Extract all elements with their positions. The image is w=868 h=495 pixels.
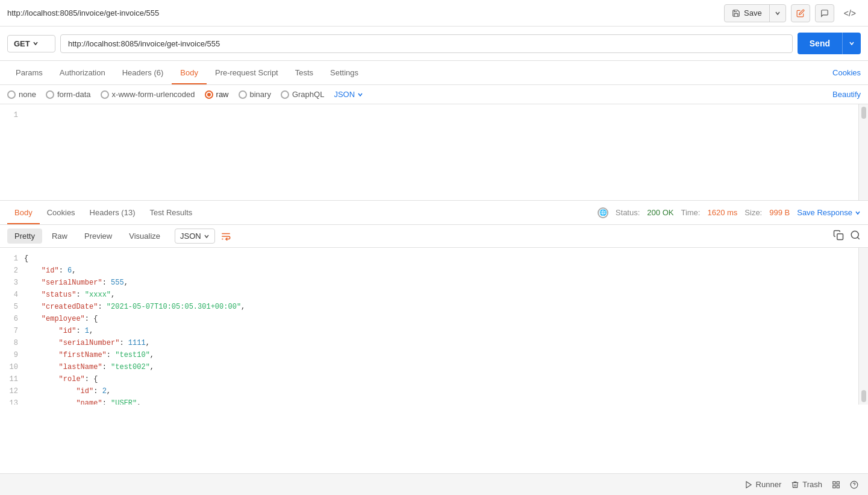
copy-icon <box>833 230 844 241</box>
option-binary[interactable]: binary <box>239 90 271 99</box>
response-line-num-3: 3 <box>6 277 18 289</box>
response-json-line-7: "id": 1, <box>24 325 868 337</box>
search-icon <box>850 230 861 241</box>
size-value: 999 B <box>769 208 790 217</box>
code-button[interactable]: </> <box>839 6 861 20</box>
save-button[interactable]: Save <box>724 4 786 22</box>
radio-raw <box>205 90 213 99</box>
tab-params[interactable]: Params <box>7 62 51 84</box>
radio-urlencoded <box>101 90 109 99</box>
cookies-link[interactable]: Cookies <box>832 62 861 83</box>
runner-label: Runner <box>756 480 782 489</box>
response-json-line-12: "id": 2, <box>24 385 868 397</box>
option-none[interactable]: none <box>7 90 36 99</box>
option-none-label: none <box>19 90 36 99</box>
option-urlencoded[interactable]: x-www-form-urlencoded <box>101 90 195 99</box>
method-dropdown[interactable]: GET <box>7 35 55 52</box>
trash-button[interactable]: Trash <box>791 480 822 489</box>
svg-point-3 <box>851 231 858 238</box>
url-input[interactable] <box>60 34 793 53</box>
save-dropdown-arrow[interactable] <box>770 5 785 22</box>
tab-prerequest[interactable]: Pre-request Script <box>207 62 287 84</box>
response-line-num-6: 6 <box>6 313 18 325</box>
response-json-line-9: "firstName": "test10", <box>24 349 868 361</box>
radio-binary <box>239 90 247 99</box>
save-label: Save <box>744 8 762 17</box>
response-tabs: Body Cookies Headers (13) Test Results 🌐… <box>0 201 868 225</box>
tab-body[interactable]: Body <box>172 62 207 84</box>
request-scrollbar[interactable] <box>858 104 868 200</box>
format-tab-visualize[interactable]: Visualize <box>122 229 167 244</box>
response-tab-cookies[interactable]: Cookies <box>40 202 83 224</box>
format-tab-raw[interactable]: Raw <box>45 229 75 244</box>
trash-icon <box>791 481 799 489</box>
response-body[interactable]: 12345678910111213 { "id": 6, "serialNumb… <box>0 248 868 405</box>
svg-rect-2 <box>837 233 843 239</box>
response-line-num-2: 2 <box>6 265 18 277</box>
tab-headers[interactable]: Headers (6) <box>114 62 172 84</box>
response-tab-headers[interactable]: Headers (13) <box>83 202 143 224</box>
globe-icon: 🌐 <box>598 207 608 218</box>
send-dropdown-arrow[interactable] <box>843 33 861 54</box>
runner-button[interactable]: Runner <box>745 480 782 489</box>
option-form-data-label: form-data <box>57 90 91 99</box>
response-json-line-10: "lastName": "test002", <box>24 361 868 373</box>
status-value: 200 OK <box>647 208 673 217</box>
bottom-bar: Runner Trash <box>0 473 868 495</box>
grid-button[interactable] <box>832 481 840 489</box>
status-label: Status: <box>616 208 640 217</box>
request-line-num-1: 1 <box>6 109 18 121</box>
top-bar: http://localhost:8085/invoice/get-invoic… <box>0 0 868 27</box>
radio-none <box>7 90 16 99</box>
svg-marker-5 <box>746 481 751 488</box>
copy-button[interactable] <box>833 230 844 243</box>
tab-tests[interactable]: Tests <box>287 62 322 84</box>
beautify-button[interactable]: Beautify <box>832 90 861 99</box>
json-type-select[interactable]: JSON <box>334 90 363 99</box>
response-scrollbar[interactable] <box>858 248 868 405</box>
format-tab-pretty[interactable]: Pretty <box>7 229 42 244</box>
option-raw-label: raw <box>216 90 229 99</box>
save-response-chevron-icon <box>855 210 861 216</box>
size-label: Size: <box>745 208 762 217</box>
wrap-icon <box>220 231 231 242</box>
request-line-numbers: 1 <box>0 104 24 200</box>
option-form-data[interactable]: form-data <box>46 90 91 99</box>
save-response-button[interactable]: Save Response <box>797 208 861 217</box>
response-json-content: { "id": 6, "serialNumber": 555, "status"… <box>24 248 868 405</box>
response-tab-body[interactable]: Body <box>7 202 40 224</box>
response-json-line-2: "id": 6, <box>24 265 868 277</box>
save-icon <box>732 9 740 17</box>
request-tabs: Params Authorization Headers (6) Body Pr… <box>0 61 868 85</box>
edit-icon-button[interactable] <box>791 4 810 22</box>
format-tab-preview[interactable]: Preview <box>77 229 119 244</box>
option-binary-label: binary <box>250 90 271 99</box>
response-json-line-6: "employee": { <box>24 313 868 325</box>
response-line-num-11: 11 <box>6 373 18 385</box>
send-button[interactable]: Send <box>798 33 861 54</box>
tab-settings[interactable]: Settings <box>322 62 367 84</box>
wrap-icon-button[interactable] <box>220 230 232 242</box>
send-btn-main[interactable]: Send <box>798 33 843 54</box>
time-label: Time: <box>681 208 700 217</box>
help-button[interactable] <box>850 481 858 489</box>
option-graphql[interactable]: GraphQL <box>281 90 324 99</box>
response-line-numbers: 12345678910111213 <box>0 248 24 405</box>
response-line-num-13: 13 <box>6 397 18 405</box>
option-raw[interactable]: raw <box>205 90 229 99</box>
method-chevron-icon <box>33 40 39 46</box>
response-json-select[interactable]: JSON <box>175 229 215 244</box>
response-line-num-5: 5 <box>6 301 18 313</box>
svg-rect-7 <box>837 481 839 484</box>
comment-icon-button[interactable] <box>815 4 834 22</box>
save-btn-main[interactable]: Save <box>725 5 770 22</box>
response-meta: 🌐 Status: 200 OK Time: 1620 ms Size: 999… <box>598 207 861 218</box>
body-options: none form-data x-www-form-urlencoded raw… <box>0 85 868 104</box>
runner-icon <box>745 481 753 489</box>
response-tab-test-results[interactable]: Test Results <box>142 202 199 224</box>
tab-authorization[interactable]: Authorization <box>51 62 114 84</box>
response-json-line-3: "serialNumber": 555, <box>24 277 868 289</box>
help-icon <box>850 481 858 489</box>
request-editor-content[interactable] <box>24 104 858 200</box>
search-button[interactable] <box>850 230 861 243</box>
